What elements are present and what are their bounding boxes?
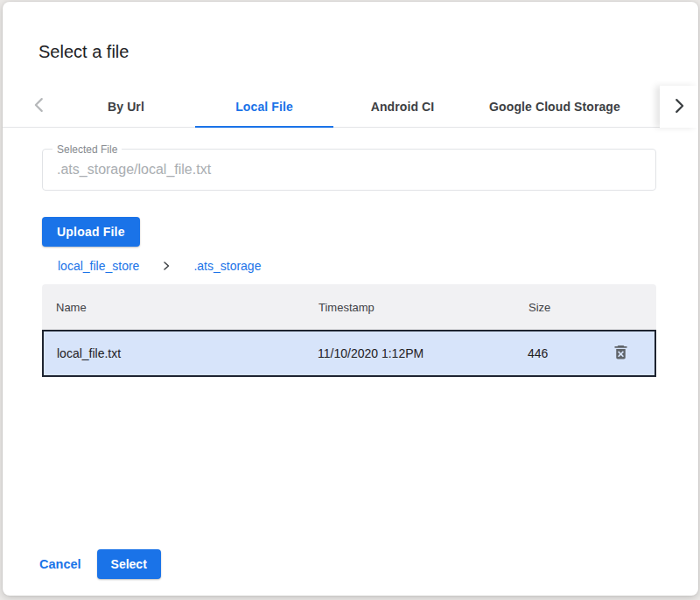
tab-label: Google Cloud Storage <box>489 100 620 114</box>
dialog-content: Selected File Upload File local_file_sto… <box>42 149 656 377</box>
active-tab-underline <box>195 126 333 128</box>
chevron-right-icon <box>161 261 172 271</box>
file-table: Name Timestamp Size local_file.txt 11/10… <box>42 284 656 377</box>
tab-label: Android CI <box>371 100 435 114</box>
selected-file-field: Selected File <box>42 149 656 191</box>
upload-file-button[interactable]: Upload File <box>42 217 140 247</box>
table-row[interactable]: local_file.txt 11/10/2020 1:12PM 446 <box>42 330 656 377</box>
cell-file-name: local_file.txt <box>44 346 304 360</box>
dialog-footer: Cancel Select <box>38 549 161 579</box>
select-file-dialog: Select a file By Url Local File Android … <box>3 2 698 596</box>
cancel-button[interactable]: Cancel <box>38 552 83 576</box>
upload-file-button-label: Upload File <box>57 225 125 239</box>
tabs-next-button[interactable] <box>660 86 698 128</box>
delete-file-button[interactable] <box>606 338 635 368</box>
cancel-button-label: Cancel <box>39 557 81 571</box>
breadcrumb-item-folder[interactable]: .ats_storage <box>193 259 261 273</box>
tab-bar: By Url Local File Android CI Google Clou… <box>3 86 698 128</box>
cell-timestamp: 11/10/2020 1:12PM <box>304 346 514 360</box>
delete-forever-icon <box>612 343 630 364</box>
select-button[interactable]: Select <box>97 549 161 579</box>
column-header-timestamp: Timestamp <box>304 301 514 314</box>
breadcrumb-item-root[interactable]: local_file_store <box>58 259 139 273</box>
select-button-label: Select <box>111 557 147 571</box>
breadcrumb: local_file_store .ats_storage <box>58 258 656 274</box>
chevron-right-icon <box>669 96 689 118</box>
tab-label: By Url <box>108 100 144 114</box>
selected-file-label: Selected File <box>52 143 122 156</box>
tab-label: Local File <box>235 100 293 114</box>
tab-android-ci[interactable]: Android CI <box>333 86 472 127</box>
tab-google-cloud-storage[interactable]: Google Cloud Storage <box>472 86 638 127</box>
column-header-size: Size <box>514 301 598 314</box>
tab-local-file[interactable]: Local File <box>195 86 333 127</box>
column-header-name: Name <box>42 301 304 314</box>
tabs-previous-button[interactable] <box>22 86 57 127</box>
chevron-left-icon <box>30 95 49 117</box>
tab-by-url[interactable]: By Url <box>57 86 195 127</box>
cell-size: 446 <box>514 346 598 360</box>
dialog-title: Select a file <box>38 40 698 63</box>
table-header-row: Name Timestamp Size <box>42 284 656 330</box>
selected-file-input[interactable] <box>43 150 655 190</box>
